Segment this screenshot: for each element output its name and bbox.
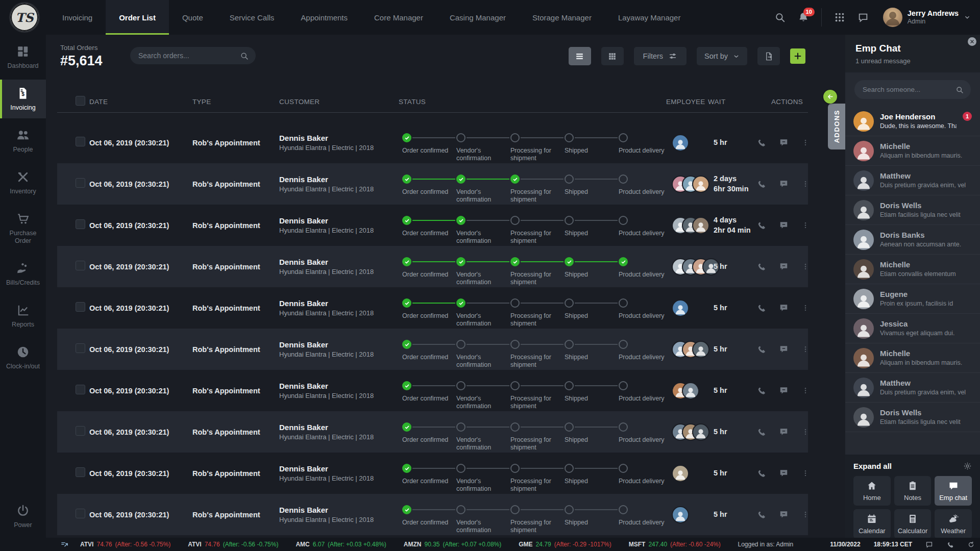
nav-item-appointments[interactable]: Appointments <box>287 0 361 35</box>
more-options-icon[interactable] <box>801 138 810 147</box>
call-icon[interactable] <box>756 262 766 271</box>
call-icon[interactable] <box>756 220 766 230</box>
nav-item-storage-manager[interactable]: Storage Manager <box>519 0 605 35</box>
notifications-bell-icon[interactable]: 10 <box>798 12 809 23</box>
nav-item-layaway-manager[interactable]: Layaway Manager <box>605 0 694 35</box>
row-checkbox[interactable] <box>76 219 85 229</box>
widget-tile-calculator[interactable]: Calculator <box>894 509 932 539</box>
row-checkbox[interactable] <box>76 343 85 353</box>
phone-icon[interactable] <box>946 541 954 548</box>
sidebar-item-people[interactable]: People <box>0 121 46 160</box>
call-icon[interactable] <box>756 427 766 437</box>
widget-tile-notes[interactable]: Notes <box>894 476 932 506</box>
add-order-button[interactable] <box>790 48 805 64</box>
message-icon[interactable] <box>779 138 789 147</box>
nav-item-quote[interactable]: Quote <box>169 0 216 35</box>
chat-search-input[interactable] <box>862 85 955 94</box>
row-checkbox[interactable] <box>76 426 85 436</box>
sidebar-item-reports[interactable]: Reports <box>0 296 46 335</box>
chat-contact[interactable]: Joe Henderson Dude, this is awesome. Tha… <box>845 107 980 136</box>
expand-all-label[interactable]: Expand all <box>853 462 892 470</box>
chat-contact[interactable]: Doris Wells Etiam facilisis ligula nec v… <box>845 403 980 432</box>
nav-item-service-calls[interactable]: Service Calls <box>216 0 288 35</box>
search-icon[interactable] <box>955 86 964 94</box>
row-checkbox[interactable] <box>76 137 85 146</box>
nav-item-casing-manager[interactable]: Casing Manager <box>436 0 519 35</box>
row-checkbox[interactable] <box>76 261 85 270</box>
more-options-icon[interactable] <box>801 427 810 437</box>
chat-contact[interactable]: Michelle Aliquam in bibendum mauris. <box>845 136 980 166</box>
more-options-icon[interactable] <box>801 303 810 313</box>
row-checkbox[interactable] <box>76 467 85 477</box>
messages-icon[interactable] <box>857 12 869 23</box>
chat-contact[interactable]: Michelle Aliquam in bibendum mauris. <box>845 343 980 373</box>
call-icon[interactable] <box>756 344 766 354</box>
list-view-button[interactable] <box>569 47 591 65</box>
column-header-actions[interactable]: ACTIONS <box>751 98 808 106</box>
row-checkbox[interactable] <box>76 178 85 188</box>
grid-view-button[interactable] <box>601 47 624 65</box>
message-icon[interactable] <box>779 303 789 313</box>
sidebar-item-dashboard[interactable]: Dashboard <box>0 38 46 77</box>
sidebar-item-purchase-order[interactable]: Purchase Order <box>0 205 46 252</box>
more-options-icon[interactable] <box>801 344 810 354</box>
call-icon[interactable] <box>756 138 766 147</box>
user-menu[interactable]: Jerry Andrews Admin <box>883 8 971 27</box>
orders-search-input[interactable] <box>137 51 240 60</box>
close-chat-button[interactable] <box>968 37 976 46</box>
filters-button[interactable]: Filters <box>634 47 687 65</box>
row-checkbox[interactable] <box>76 302 85 312</box>
column-header-type[interactable]: TYPE <box>191 98 278 106</box>
chat-contact[interactable]: Doris Banks Aenean non accumsan ante. <box>845 225 980 255</box>
call-icon[interactable] <box>756 303 766 313</box>
more-options-icon[interactable] <box>801 386 810 395</box>
addons-tab[interactable]: ADDONS <box>828 104 845 149</box>
chat-contact[interactable]: Matthew Duis pretium gravida enim, vel <box>845 373 980 403</box>
more-options-icon[interactable] <box>801 510 810 519</box>
message-icon[interactable] <box>779 510 789 519</box>
message-icon[interactable] <box>779 344 789 354</box>
column-header-date[interactable]: DATE <box>88 98 191 106</box>
select-all-checkbox[interactable] <box>76 96 85 106</box>
message-icon[interactable] <box>779 386 789 395</box>
more-options-icon[interactable] <box>801 220 810 230</box>
call-icon[interactable] <box>756 386 766 395</box>
chat-contact[interactable]: Michelle Etiam convallis elementum <box>845 255 980 284</box>
column-header-status[interactable]: STATUS <box>397 98 665 106</box>
sort-by-button[interactable]: Sort by <box>697 47 747 65</box>
refresh-icon[interactable] <box>967 541 975 548</box>
search-icon[interactable] <box>774 12 786 23</box>
apps-grid-icon[interactable] <box>834 12 845 23</box>
call-icon[interactable] <box>756 510 766 519</box>
widget-tile-weather[interactable]: Weather <box>935 509 972 539</box>
call-icon[interactable] <box>756 179 766 189</box>
chat-contact[interactable]: Jessica Vivamus eget aliquam dui. <box>845 314 980 343</box>
message-icon[interactable] <box>779 427 789 437</box>
chat-contact[interactable]: Doris Wells Etiam facilisis ligula nec v… <box>845 195 980 225</box>
chat-contact[interactable]: Eugene Proin ex ipsum, facilisis id <box>845 284 980 314</box>
app-logo[interactable]: TS <box>9 2 40 33</box>
chat-bubble-icon[interactable] <box>925 541 933 548</box>
nav-item-core-manager[interactable]: Core Manager <box>361 0 436 35</box>
column-header-wait[interactable]: WAIT <box>706 98 751 106</box>
nav-item-order-list[interactable]: Order List <box>106 0 169 35</box>
sidebar-item-power[interactable]: Power <box>0 497 46 536</box>
export-button[interactable] <box>757 47 780 65</box>
gear-icon[interactable] <box>963 462 972 470</box>
row-checkbox[interactable] <box>76 385 85 394</box>
stocks-trend-icon[interactable] <box>60 540 69 549</box>
sidebar-item-invoicing[interactable]: $ Invoicing <box>0 80 46 118</box>
more-options-icon[interactable] <box>801 468 810 478</box>
message-icon[interactable] <box>779 220 789 230</box>
column-header-employee[interactable]: EMPLOYEE <box>665 98 706 106</box>
call-icon[interactable] <box>756 468 766 478</box>
sidebar-item-clock-in-out[interactable]: Clock-in/out <box>0 338 46 377</box>
message-icon[interactable] <box>779 468 789 478</box>
message-icon[interactable] <box>779 262 789 271</box>
addons-expand-button[interactable] <box>823 90 837 104</box>
sidebar-item-inventory[interactable]: Inventory <box>0 163 46 202</box>
nav-item-invoicing[interactable]: Invoicing <box>49 0 106 35</box>
search-icon[interactable] <box>240 52 249 60</box>
chat-contact[interactable]: Matthew Duis pretium gravida enim, vel <box>845 166 980 195</box>
widget-tile-calendar[interactable]: Calendar <box>853 509 891 539</box>
